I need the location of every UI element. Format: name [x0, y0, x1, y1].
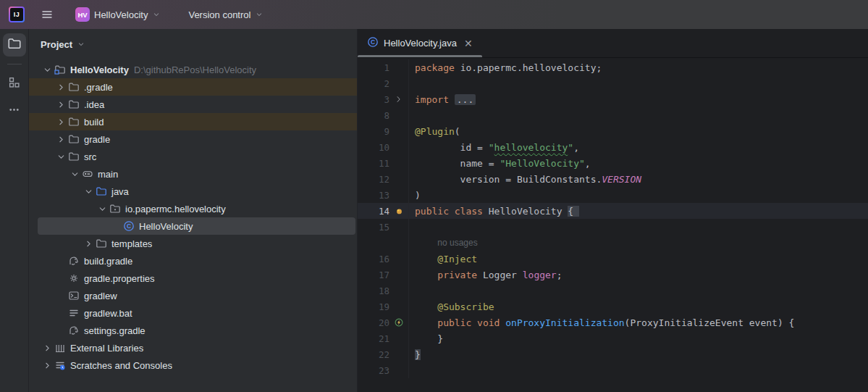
- token: private: [437, 270, 483, 280]
- intellij-logo-icon[interactable]: IJ: [9, 7, 25, 22]
- vcs-widget[interactable]: Version control: [184, 7, 268, 23]
- plugin-marker-icon[interactable]: [389, 207, 408, 216]
- close-icon[interactable]: ✕: [462, 37, 475, 50]
- project-tool-window: Project HelloVelocityD:\githubRePos\Hell…: [29, 29, 358, 392]
- code-line-10[interactable]: 10 id = "hellovelocity",: [358, 139, 868, 155]
- token: @Subscribe: [437, 301, 494, 312]
- inlay-hint-row[interactable]: no usages: [358, 235, 868, 251]
- code-line-22[interactable]: 22}: [358, 346, 868, 362]
- tree-item-label: External Libraries: [70, 343, 143, 354]
- tree-item-label: gradlew: [84, 291, 117, 301]
- main-menu-button[interactable]: [36, 4, 58, 25]
- code-line-13[interactable]: 13): [358, 187, 868, 203]
- chevron-down-icon: [255, 10, 264, 19]
- tree-row-io-papermc-hellovelocity[interactable]: io.papermc.hellovelocity: [29, 200, 357, 217]
- code-line-11[interactable]: 11 name = "HelloVelocity",: [358, 155, 868, 171]
- tree-item-label: gradle.properties: [84, 273, 155, 284]
- tool-button-structure[interactable]: [3, 72, 26, 95]
- code-line-3[interactable]: 3import ...: [358, 91, 868, 107]
- tree-row-java[interactable]: java: [29, 183, 357, 200]
- tree-row-gradlew-bat[interactable]: gradlew.bat: [29, 304, 357, 322]
- tree-row--gradle[interactable]: .gradle: [29, 78, 357, 96]
- token: HelloVelocity: [489, 206, 568, 217]
- editor-area: C HelloVelocity.java ✕ 1package io.paper…: [358, 29, 868, 392]
- tool-button-project[interactable]: [3, 33, 26, 57]
- tree-row-gradle[interactable]: gradle: [29, 130, 357, 148]
- chevron-right-icon[interactable]: [54, 83, 67, 92]
- tree-item-label: Scratches and Consoles: [70, 360, 172, 371]
- code-line-15[interactable]: 15: [358, 219, 868, 235]
- tree-item-label: templates: [111, 238, 152, 249]
- chevron-down-icon[interactable]: [82, 187, 95, 196]
- code-editor[interactable]: 1package io.papermc.hellovelocity;23impo…: [358, 58, 868, 392]
- line-number: 14: [358, 206, 389, 217]
- tool-button-more[interactable]: [3, 99, 26, 122]
- tree-row-gradle-properties[interactable]: gradle.properties: [29, 270, 357, 287]
- chevron-right-icon[interactable]: [41, 343, 54, 353]
- code-line-2[interactable]: 2: [358, 75, 868, 91]
- svg-text:C: C: [371, 38, 375, 46]
- code-line-16[interactable]: 16 @Inject: [358, 251, 868, 267]
- navbar-divider: [7, 64, 22, 64]
- token: ": [568, 142, 573, 153]
- token: @Inject: [437, 254, 477, 264]
- tree-row-src[interactable]: src: [29, 148, 357, 165]
- line-number: 20: [358, 317, 389, 328]
- chevron-down-icon: [152, 10, 161, 19]
- token: version = BuildConstants.: [415, 174, 602, 185]
- editor-tab-hellovelocity[interactable]: C HelloVelocity.java ✕: [358, 29, 482, 57]
- code-line-20[interactable]: 20 public void onProxyInitialization(Pro…: [358, 314, 868, 330]
- class-icon: C: [367, 36, 379, 50]
- chevron-down-icon[interactable]: [68, 170, 81, 179]
- code-line-14[interactable]: 14public class HelloVelocity {: [358, 203, 868, 219]
- chevron-right-icon[interactable]: [54, 117, 67, 127]
- line-number: 21: [358, 333, 389, 344]
- token: "HelloVelocity": [500, 158, 584, 169]
- tree-item-label: main: [98, 169, 118, 180]
- tree-row-settings-gradle[interactable]: settings.gradle: [29, 322, 357, 339]
- token: [415, 238, 437, 249]
- project-widget[interactable]: HV HelloVelocity: [71, 4, 165, 25]
- code-line-9[interactable]: 9@Plugin(: [358, 123, 868, 139]
- tree-row-templates[interactable]: templates: [29, 235, 357, 252]
- code-line-1[interactable]: 1package io.papermc.hellovelocity;: [358, 59, 868, 75]
- tree-row-build[interactable]: build: [29, 113, 357, 130]
- tree-row--idea[interactable]: .idea: [29, 96, 357, 113]
- code-line-17[interactable]: 17 private Logger logger;: [358, 267, 868, 283]
- project-avatar: HV: [75, 7, 90, 22]
- tree-item-label: java: [111, 186, 129, 197]
- code-line-8[interactable]: 8: [358, 107, 868, 123]
- token: @Plugin: [415, 126, 455, 137]
- project-tree: HelloVelocityD:\githubRePos\HelloVelocit…: [29, 61, 357, 374]
- gradle-icon: [67, 325, 80, 336]
- line-number: 2: [358, 78, 389, 89]
- code-line-23[interactable]: 23: [358, 362, 868, 378]
- chevron-down-icon[interactable]: [54, 152, 67, 162]
- tree-row-hellovelocity[interactable]: CHelloVelocity: [38, 217, 355, 235]
- code-line-19[interactable]: 19 @Subscribe: [358, 299, 868, 314]
- code-line-12[interactable]: 12 version = BuildConstants.VERSION: [358, 171, 868, 187]
- fold-arrow-icon[interactable]: [389, 95, 408, 104]
- code-line-text: public class HelloVelocity {: [408, 203, 579, 219]
- tree-row-hellovelocity[interactable]: HelloVelocityD:\githubRePos\HelloVelocit…: [29, 61, 357, 78]
- chevron-down-icon[interactable]: [41, 65, 54, 75]
- chevron-right-icon[interactable]: [54, 100, 67, 109]
- token: id =: [415, 142, 489, 153]
- chevron-right-icon[interactable]: [54, 135, 67, 144]
- chevron-right-icon[interactable]: [41, 361, 54, 370]
- tree-item-label: settings.gradle: [84, 325, 146, 336]
- tree-row-main[interactable]: main: [29, 165, 357, 183]
- project-folder-icon: [54, 64, 67, 75]
- tree-row-build-gradle[interactable]: build.gradle: [29, 252, 357, 270]
- listener-marker-icon[interactable]: [389, 317, 408, 328]
- code-line-18[interactable]: 18: [358, 283, 868, 299]
- chevron-down-icon[interactable]: [96, 204, 109, 214]
- tree-item-label: build.gradle: [84, 256, 132, 267]
- chevron-right-icon[interactable]: [82, 239, 95, 249]
- project-panel-header[interactable]: Project: [29, 29, 357, 55]
- tree-row-gradlew[interactable]: gradlew: [29, 287, 357, 304]
- tree-row-external-libraries[interactable]: External Libraries: [29, 339, 357, 356]
- tree-item-label: io.papermc.hellovelocity: [125, 204, 226, 214]
- tree-row-scratches-and-consoles[interactable]: Scratches and Consoles: [29, 356, 357, 374]
- code-line-21[interactable]: 21 }: [358, 330, 868, 346]
